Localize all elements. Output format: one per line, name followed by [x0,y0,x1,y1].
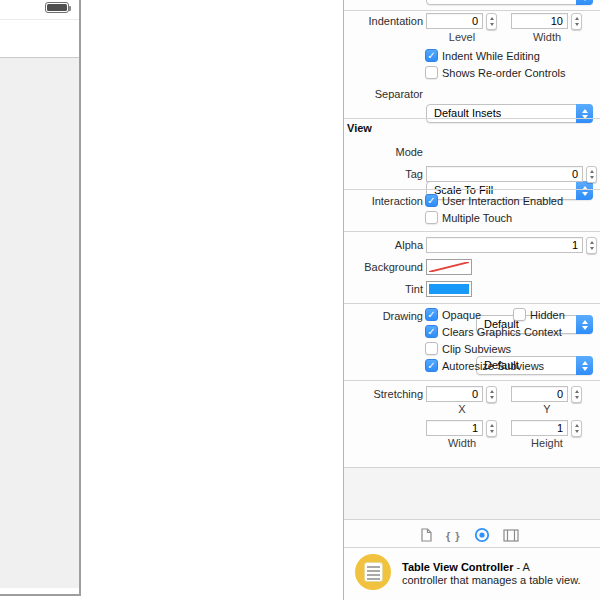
object-description: Table View Controller - A controller tha… [402,561,590,587]
indentation-level-field[interactable]: 0 [426,13,483,29]
stretching-y-field[interactable]: 0 [511,386,568,402]
object-library-icon[interactable] [474,527,490,545]
table-view-controller-library-icon [355,554,391,590]
alpha-stepper[interactable] [586,237,597,254]
multiple-touch-label: Multiple Touch [442,212,512,225]
inspector-empty-area [344,468,600,519]
stretching-x-field[interactable]: 0 [426,386,483,402]
hidden-label: Hidden [530,309,565,322]
clears-graphics-context-checkbox[interactable]: ✓ [425,325,438,338]
group-divider [344,189,600,190]
autoresize-subviews-checkbox[interactable]: ✓ [425,359,438,372]
storyboard-scene-edge[interactable] [0,0,81,596]
popup-chevrons-icon [576,0,593,5]
style-popup-partial[interactable] [426,0,593,5]
background-label: Background [344,261,423,274]
divider [344,10,600,11]
popup-chevrons-icon [576,315,593,334]
width-caption: Width [511,31,583,43]
tint-color-swatch-icon [429,284,469,294]
height-caption: Height [511,437,583,449]
indentation-level-stepper[interactable] [486,13,497,30]
media-library-icon[interactable] [503,529,519,544]
clear-color-swatch-icon [429,262,469,272]
group-divider [344,231,600,232]
interaction-label: Interaction [344,195,423,208]
object-description-title: Table View Controller [402,561,513,573]
stretching-y-stepper[interactable] [571,386,582,403]
battery-nub [69,6,71,11]
attributes-inspector-panel: Indentation 0 10 Level Width ✓ Indent Wh… [344,0,600,600]
group-divider [344,380,600,381]
table-view-background[interactable] [0,58,79,588]
divider [344,547,600,548]
user-interaction-enabled-label: User Interaction Enabled [442,195,563,208]
opaque-label: Opaque [442,309,481,322]
code-snippet-library-icon[interactable]: { } [446,529,461,543]
tint-color-well[interactable] [426,281,472,297]
indent-while-editing-label: Indent While Editing [442,50,540,63]
clip-subviews-checkbox[interactable] [425,342,438,355]
shows-reorder-controls-checkbox[interactable] [425,66,438,79]
stretching-label: Stretching [344,388,423,401]
clears-graphics-context-label: Clears Graphics Context [442,326,562,339]
drawing-label: Drawing [344,310,423,323]
background-color-well[interactable] [426,259,472,275]
clip-subviews-label: Clip Subviews [442,343,511,356]
indentation-width-stepper[interactable] [571,13,582,30]
battery-fill [47,4,67,11]
stretching-width-stepper[interactable] [486,420,497,437]
separator-label: Separator [344,88,423,101]
battery-icon [45,2,69,13]
tag-field[interactable]: 0 [426,166,583,182]
tint-label: Tint [344,283,423,296]
popup-chevrons-icon [576,181,593,200]
file-template-library-icon[interactable] [421,528,432,544]
autoresize-subviews-label: Autoresize Subviews [442,360,544,373]
object-description-line2: controller that manages a table view. [402,574,581,586]
popup-chevrons-icon [576,356,593,375]
alpha-label: Alpha [344,239,423,252]
alpha-field[interactable]: 1 [426,237,583,253]
group-divider [344,303,600,304]
stretching-x-stepper[interactable] [486,386,497,403]
x-caption: X [426,403,498,415]
popup-chevrons-icon [576,104,593,123]
shows-reorder-controls-label: Shows Re-order Controls [442,67,566,80]
level-caption: Level [426,31,498,43]
stretching-height-stepper[interactable] [571,420,582,437]
note-glyph-icon [364,562,383,582]
divider [344,519,600,520]
y-caption: Y [511,403,583,415]
stretching-height-field[interactable]: 1 [511,420,568,436]
tag-label: Tag [344,168,423,181]
user-interaction-enabled-checkbox[interactable]: ✓ [425,194,438,207]
separator-popup[interactable]: Default Insets [426,104,593,123]
width-caption2: Width [426,437,498,449]
divider [0,19,79,20]
object-description-suffix: - A [513,561,530,573]
indent-while-editing-checkbox[interactable]: ✓ [425,49,438,62]
stretching-width-field[interactable]: 1 [426,420,483,436]
scene-footer-strip [0,588,79,594]
view-section-header: View [347,122,372,135]
tag-stepper[interactable] [586,166,597,183]
hidden-checkbox[interactable] [513,308,526,321]
opaque-checkbox[interactable]: ✓ [425,308,438,321]
indentation-width-field[interactable]: 10 [511,13,568,29]
section-divider [344,118,600,119]
multiple-touch-checkbox[interactable] [425,211,438,224]
indentation-label: Indentation [344,15,423,28]
mode-label: Mode [344,146,423,159]
